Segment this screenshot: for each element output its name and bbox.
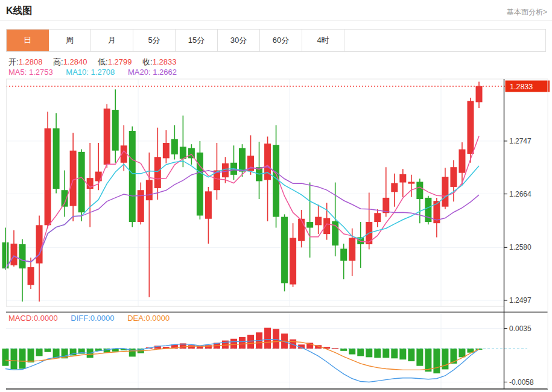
macd-value: MACD:0.0000 — [8, 314, 58, 323]
candle-body — [53, 128, 60, 189]
price-tick-label: 1.2747 — [509, 137, 531, 145]
macd-bar — [416, 349, 423, 366]
open-value: 1.2808 — [19, 57, 43, 66]
tab-60分[interactable]: 60分 — [260, 30, 302, 51]
macd-bar — [340, 349, 347, 351]
high-label: 高: — [53, 57, 63, 66]
macd-bar — [11, 349, 17, 369]
macd-bar — [349, 349, 355, 355]
macd-bar — [239, 337, 246, 349]
candle-body — [315, 217, 322, 226]
gridlines — [6, 79, 504, 389]
macd-bar — [2, 349, 9, 366]
candle-body — [104, 109, 110, 165]
ma10-line — [5, 161, 479, 268]
macd-bar — [332, 348, 338, 349]
candle-body — [391, 183, 398, 192]
macd-bar — [205, 345, 212, 349]
tab-周[interactable]: 周 — [49, 30, 91, 51]
macd-bar — [36, 349, 43, 356]
macd-bar — [45, 349, 51, 352]
tab-30分[interactable]: 30分 — [218, 30, 260, 51]
price-tick-label: 1.2580 — [509, 243, 531, 251]
macd-bar — [28, 349, 34, 362]
low-label: 低: — [98, 57, 108, 66]
candle-body — [458, 150, 465, 173]
candle-body — [416, 182, 423, 199]
macd-bar — [264, 328, 271, 349]
candle-body — [290, 238, 296, 284]
ma5-readout: MA5: 1.2753 — [8, 68, 53, 77]
header-divider — [0, 20, 552, 21]
macd-bar — [230, 339, 237, 349]
candle-body — [408, 182, 414, 183]
candle-body — [138, 190, 144, 222]
tab-4时[interactable]: 4时 — [302, 30, 344, 51]
macd-bar — [374, 349, 381, 358]
macd-histogram — [2, 328, 483, 374]
candle-body — [399, 174, 406, 183]
candle-body — [45, 128, 51, 226]
candle-body — [467, 101, 474, 154]
candle-body — [70, 151, 77, 206]
macd-bar — [408, 349, 414, 361]
tab-日[interactable]: 日 — [7, 30, 49, 51]
close-value: 1.2833 — [153, 57, 177, 66]
macd-bar — [19, 349, 26, 368]
candle-body — [171, 139, 178, 154]
candle-body — [442, 177, 448, 207]
macd-bar — [450, 349, 457, 364]
candle-body — [476, 86, 483, 102]
ohlc-readout: 开:1.2808 高:1.2840 低:1.2799 收:1.2833 — [8, 57, 185, 68]
candle-body — [298, 219, 305, 241]
tab-月[interactable]: 月 — [91, 30, 133, 51]
macd-bar — [391, 349, 398, 358]
tab-5分[interactable]: 5分 — [133, 30, 176, 51]
dea-value: DEA:0.0000 — [127, 314, 170, 323]
low-value: 1.2799 — [108, 57, 132, 66]
kline-chart: 1.28331.27471.26641.25801.24970.0035-0.0… — [0, 78, 552, 392]
open-label: 开: — [8, 57, 19, 66]
tab-15分[interactable]: 15分 — [176, 30, 218, 51]
candle-body — [146, 180, 153, 200]
candle-body — [349, 238, 355, 261]
macd-bar — [399, 349, 406, 359]
page-title: K线图 — [6, 5, 33, 17]
candle-body — [62, 190, 68, 206]
candle-body — [11, 244, 17, 265]
macd-bar — [458, 349, 465, 357]
candlesticks — [2, 82, 483, 302]
candle-body — [239, 148, 246, 171]
candle-body — [197, 153, 203, 216]
candle-body — [450, 167, 457, 187]
candle-body — [205, 191, 212, 218]
ma20-readout: MA20: 1.2662 — [128, 68, 177, 77]
candle-body — [129, 131, 136, 222]
candle-body — [188, 148, 195, 158]
candle-body — [36, 225, 43, 263]
macd-tick-label: 0.0035 — [509, 324, 531, 333]
candle-body — [323, 218, 330, 234]
candle-body — [112, 110, 119, 151]
candle-body — [281, 217, 288, 283]
tab-bar: 日周月5分15分30分60分4时 — [6, 29, 546, 52]
macd-bar — [53, 349, 60, 358]
candle-body — [340, 248, 347, 261]
candle-body — [19, 244, 26, 268]
diff-value: DIFF:0.0000 — [71, 314, 114, 323]
high-value: 1.2840 — [63, 57, 87, 66]
current-price-label: 1.2833 — [510, 83, 533, 91]
macd-bar — [366, 349, 372, 357]
macd-bar — [273, 329, 279, 349]
candle-body — [95, 172, 102, 182]
fundamental-analysis-link[interactable]: 基本面分析> — [507, 7, 547, 17]
ma-readout: MA5: 1.2753 MA10: 1.2708 MA20: 1.2662 — [8, 68, 177, 77]
candle-body — [306, 222, 313, 228]
candle-body — [154, 157, 161, 188]
price-tick-label: 1.2664 — [509, 190, 531, 198]
macd-bar — [357, 349, 364, 356]
candle-body — [78, 152, 85, 212]
macd-bar — [425, 349, 431, 371]
macd-bar — [382, 349, 389, 358]
macd-bar — [433, 349, 440, 373]
